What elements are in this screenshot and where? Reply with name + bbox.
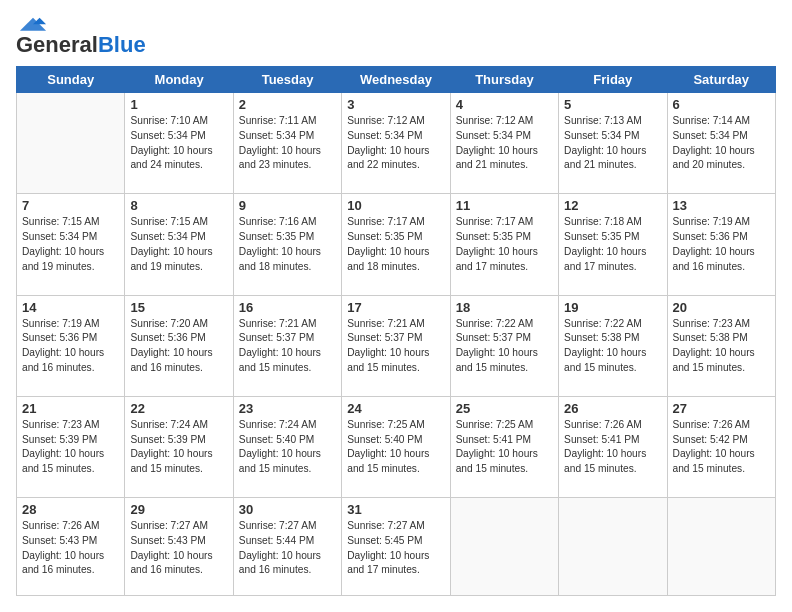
- cell-info: Sunrise: 7:17 AM Sunset: 5:35 PM Dayligh…: [456, 215, 553, 274]
- page: GeneralBlue SundayMondayTuesdayWednesday…: [0, 0, 792, 612]
- day-number: 26: [564, 401, 661, 416]
- day-number: 18: [456, 300, 553, 315]
- calendar: SundayMondayTuesdayWednesdayThursdayFrid…: [16, 66, 776, 596]
- cell-info: Sunrise: 7:15 AM Sunset: 5:34 PM Dayligh…: [22, 215, 119, 274]
- day-number: 17: [347, 300, 444, 315]
- day-header-wednesday: Wednesday: [342, 67, 450, 93]
- calendar-cell: 5Sunrise: 7:13 AM Sunset: 5:34 PM Daylig…: [559, 93, 667, 194]
- day-number: 1: [130, 97, 227, 112]
- cell-info: Sunrise: 7:17 AM Sunset: 5:35 PM Dayligh…: [347, 215, 444, 274]
- calendar-cell: 6Sunrise: 7:14 AM Sunset: 5:34 PM Daylig…: [667, 93, 775, 194]
- day-number: 30: [239, 502, 336, 517]
- day-header-tuesday: Tuesday: [233, 67, 341, 93]
- calendar-cell: 3Sunrise: 7:12 AM Sunset: 5:34 PM Daylig…: [342, 93, 450, 194]
- cell-info: Sunrise: 7:15 AM Sunset: 5:34 PM Dayligh…: [130, 215, 227, 274]
- cell-info: Sunrise: 7:13 AM Sunset: 5:34 PM Dayligh…: [564, 114, 661, 173]
- cell-info: Sunrise: 7:27 AM Sunset: 5:45 PM Dayligh…: [347, 519, 444, 578]
- calendar-cell: 10Sunrise: 7:17 AM Sunset: 5:35 PM Dayli…: [342, 194, 450, 295]
- day-number: 10: [347, 198, 444, 213]
- calendar-week-3: 14Sunrise: 7:19 AM Sunset: 5:36 PM Dayli…: [17, 295, 776, 396]
- day-number: 28: [22, 502, 119, 517]
- cell-info: Sunrise: 7:11 AM Sunset: 5:34 PM Dayligh…: [239, 114, 336, 173]
- cell-info: Sunrise: 7:21 AM Sunset: 5:37 PM Dayligh…: [347, 317, 444, 376]
- calendar-cell: 8Sunrise: 7:15 AM Sunset: 5:34 PM Daylig…: [125, 194, 233, 295]
- calendar-cell: 15Sunrise: 7:20 AM Sunset: 5:36 PM Dayli…: [125, 295, 233, 396]
- cell-info: Sunrise: 7:24 AM Sunset: 5:40 PM Dayligh…: [239, 418, 336, 477]
- calendar-cell: 14Sunrise: 7:19 AM Sunset: 5:36 PM Dayli…: [17, 295, 125, 396]
- calendar-cell: 17Sunrise: 7:21 AM Sunset: 5:37 PM Dayli…: [342, 295, 450, 396]
- cell-info: Sunrise: 7:22 AM Sunset: 5:38 PM Dayligh…: [564, 317, 661, 376]
- calendar-week-1: 1Sunrise: 7:10 AM Sunset: 5:34 PM Daylig…: [17, 93, 776, 194]
- calendar-cell: 28Sunrise: 7:26 AM Sunset: 5:43 PM Dayli…: [17, 498, 125, 596]
- calendar-header-row: SundayMondayTuesdayWednesdayThursdayFrid…: [17, 67, 776, 93]
- calendar-cell: 12Sunrise: 7:18 AM Sunset: 5:35 PM Dayli…: [559, 194, 667, 295]
- cell-info: Sunrise: 7:19 AM Sunset: 5:36 PM Dayligh…: [673, 215, 770, 274]
- cell-info: Sunrise: 7:26 AM Sunset: 5:43 PM Dayligh…: [22, 519, 119, 578]
- cell-info: Sunrise: 7:25 AM Sunset: 5:41 PM Dayligh…: [456, 418, 553, 477]
- cell-info: Sunrise: 7:23 AM Sunset: 5:38 PM Dayligh…: [673, 317, 770, 376]
- day-number: 13: [673, 198, 770, 213]
- calendar-cell: 18Sunrise: 7:22 AM Sunset: 5:37 PM Dayli…: [450, 295, 558, 396]
- day-number: 3: [347, 97, 444, 112]
- cell-info: Sunrise: 7:23 AM Sunset: 5:39 PM Dayligh…: [22, 418, 119, 477]
- calendar-cell: [450, 498, 558, 596]
- cell-info: Sunrise: 7:16 AM Sunset: 5:35 PM Dayligh…: [239, 215, 336, 274]
- cell-info: Sunrise: 7:22 AM Sunset: 5:37 PM Dayligh…: [456, 317, 553, 376]
- day-number: 6: [673, 97, 770, 112]
- day-header-friday: Friday: [559, 67, 667, 93]
- day-number: 7: [22, 198, 119, 213]
- calendar-cell: 16Sunrise: 7:21 AM Sunset: 5:37 PM Dayli…: [233, 295, 341, 396]
- day-header-sunday: Sunday: [17, 67, 125, 93]
- day-number: 11: [456, 198, 553, 213]
- calendar-cell: 2Sunrise: 7:11 AM Sunset: 5:34 PM Daylig…: [233, 93, 341, 194]
- cell-info: Sunrise: 7:19 AM Sunset: 5:36 PM Dayligh…: [22, 317, 119, 376]
- calendar-cell: 13Sunrise: 7:19 AM Sunset: 5:36 PM Dayli…: [667, 194, 775, 295]
- calendar-week-4: 21Sunrise: 7:23 AM Sunset: 5:39 PM Dayli…: [17, 396, 776, 497]
- day-number: 20: [673, 300, 770, 315]
- calendar-cell: 11Sunrise: 7:17 AM Sunset: 5:35 PM Dayli…: [450, 194, 558, 295]
- day-number: 12: [564, 198, 661, 213]
- day-number: 24: [347, 401, 444, 416]
- calendar-cell: [17, 93, 125, 194]
- calendar-cell: 26Sunrise: 7:26 AM Sunset: 5:41 PM Dayli…: [559, 396, 667, 497]
- day-number: 4: [456, 97, 553, 112]
- day-number: 29: [130, 502, 227, 517]
- calendar-cell: 24Sunrise: 7:25 AM Sunset: 5:40 PM Dayli…: [342, 396, 450, 497]
- day-number: 14: [22, 300, 119, 315]
- calendar-cell: 29Sunrise: 7:27 AM Sunset: 5:43 PM Dayli…: [125, 498, 233, 596]
- cell-info: Sunrise: 7:27 AM Sunset: 5:43 PM Dayligh…: [130, 519, 227, 578]
- calendar-cell: 23Sunrise: 7:24 AM Sunset: 5:40 PM Dayli…: [233, 396, 341, 497]
- day-number: 15: [130, 300, 227, 315]
- day-number: 8: [130, 198, 227, 213]
- day-number: 27: [673, 401, 770, 416]
- day-number: 19: [564, 300, 661, 315]
- calendar-body: 1Sunrise: 7:10 AM Sunset: 5:34 PM Daylig…: [17, 93, 776, 596]
- day-number: 22: [130, 401, 227, 416]
- day-header-monday: Monday: [125, 67, 233, 93]
- calendar-cell: 25Sunrise: 7:25 AM Sunset: 5:41 PM Dayli…: [450, 396, 558, 497]
- header: GeneralBlue: [16, 16, 776, 56]
- calendar-cell: 27Sunrise: 7:26 AM Sunset: 5:42 PM Dayli…: [667, 396, 775, 497]
- cell-info: Sunrise: 7:20 AM Sunset: 5:36 PM Dayligh…: [130, 317, 227, 376]
- cell-info: Sunrise: 7:14 AM Sunset: 5:34 PM Dayligh…: [673, 114, 770, 173]
- cell-info: Sunrise: 7:26 AM Sunset: 5:41 PM Dayligh…: [564, 418, 661, 477]
- calendar-cell: [667, 498, 775, 596]
- day-number: 25: [456, 401, 553, 416]
- calendar-cell: 19Sunrise: 7:22 AM Sunset: 5:38 PM Dayli…: [559, 295, 667, 396]
- logo: GeneralBlue: [16, 16, 146, 56]
- day-header-saturday: Saturday: [667, 67, 775, 93]
- calendar-cell: 21Sunrise: 7:23 AM Sunset: 5:39 PM Dayli…: [17, 396, 125, 497]
- cell-info: Sunrise: 7:10 AM Sunset: 5:34 PM Dayligh…: [130, 114, 227, 173]
- logo-text: GeneralBlue: [16, 34, 146, 56]
- calendar-cell: 31Sunrise: 7:27 AM Sunset: 5:45 PM Dayli…: [342, 498, 450, 596]
- cell-info: Sunrise: 7:12 AM Sunset: 5:34 PM Dayligh…: [456, 114, 553, 173]
- cell-info: Sunrise: 7:18 AM Sunset: 5:35 PM Dayligh…: [564, 215, 661, 274]
- cell-info: Sunrise: 7:25 AM Sunset: 5:40 PM Dayligh…: [347, 418, 444, 477]
- day-number: 31: [347, 502, 444, 517]
- cell-info: Sunrise: 7:21 AM Sunset: 5:37 PM Dayligh…: [239, 317, 336, 376]
- day-number: 5: [564, 97, 661, 112]
- cell-info: Sunrise: 7:24 AM Sunset: 5:39 PM Dayligh…: [130, 418, 227, 477]
- day-number: 2: [239, 97, 336, 112]
- day-number: 21: [22, 401, 119, 416]
- day-header-thursday: Thursday: [450, 67, 558, 93]
